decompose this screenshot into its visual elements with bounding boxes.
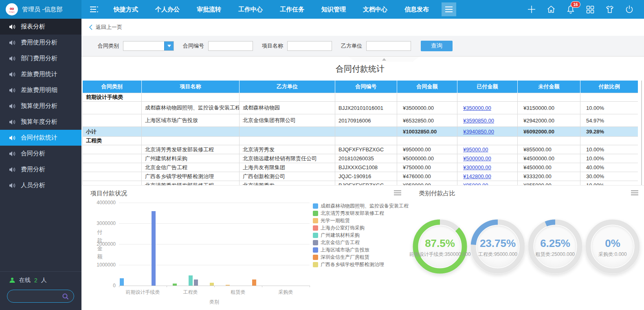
table-cell — [83, 114, 142, 127]
legend-item[interactable]: 上海办公室灯饰采购 — [313, 225, 365, 231]
table-scrollbar[interactable] — [641, 81, 642, 185]
gauge-percent-value: 23.75% — [480, 237, 516, 250]
table-cell: ¥3590850.00 — [457, 114, 518, 127]
filter-input[interactable] — [366, 41, 411, 51]
table-row[interactable]: 广州建筑材料采购北京德远建材经销有限责任公司201810260035¥50000… — [83, 154, 638, 163]
legend-item[interactable]: 广西各乡镇学校甲醛检测治理 — [313, 262, 384, 267]
apps-grid-icon[interactable] — [585, 4, 595, 14]
filter-input[interactable] — [208, 41, 253, 51]
table-row[interactable]: 广西各乡镇学校甲醛检测治理广西创新检测公司JQJC-190916¥476000.… — [83, 172, 638, 181]
sidebar-search-box — [7, 290, 74, 303]
table-row[interactable]: 前期设计手续类 — [83, 93, 638, 102]
x-category-label: 前期设计手续类 — [119, 289, 167, 296]
paid-amount-link[interactable]: ¥95000.00 — [463, 146, 488, 153]
more-menu-button[interactable] — [442, 2, 456, 16]
x-category-label: 租赁类 — [214, 289, 262, 296]
legend-swatch — [313, 240, 318, 245]
legend-swatch — [313, 247, 318, 253]
paid-amount-link[interactable]: ¥300000.00 — [463, 164, 491, 170]
home-icon[interactable] — [546, 4, 556, 14]
sidebar-item[interactable]: 预算年度分析 — [0, 114, 81, 130]
table-cell: 小计 — [83, 127, 142, 137]
new-item-icon[interactable] — [527, 4, 536, 14]
toggle-menu-icon[interactable] — [90, 6, 99, 13]
speaker-icon — [9, 103, 15, 109]
bar — [152, 211, 156, 286]
filter-input[interactable] — [287, 41, 332, 51]
collapse-filter-handle[interactable] — [348, 57, 420, 62]
y-tick-label: 1000000 — [95, 262, 116, 268]
x-axis-tick — [214, 286, 215, 287]
sidebar-item[interactable]: 部门费用分析 — [0, 50, 81, 66]
legend-label: 北京清芳秀发研发部装修工程 — [321, 210, 384, 217]
nav-item[interactable]: 文档中心 — [354, 0, 396, 19]
theme-shirt-icon[interactable] — [605, 4, 615, 14]
bar-chart-menu-icon[interactable] — [394, 190, 401, 195]
speaker-icon — [9, 183, 15, 188]
nav-item[interactable]: 个人办公 — [147, 0, 188, 19]
legend-item[interactable]: 北京清芳秀发研发部装修工程 — [313, 210, 384, 216]
table-cell: ¥950000.00 — [397, 181, 457, 186]
sidebar-item[interactable]: 差旅费用明细 — [0, 82, 81, 98]
column-header: 项目名称 — [142, 81, 240, 93]
table-row[interactable]: 北京金信广告工程上海共友有限集团BJJXXXGC1008¥750000.00¥3… — [83, 163, 638, 172]
sidebar-item[interactable]: 费用分析 — [0, 162, 81, 177]
table-cell: ¥95000.00 — [457, 145, 518, 154]
table-cell: 广州建筑材料采购 — [142, 154, 240, 163]
sidebar-item[interactable]: 合同付款统计 — [0, 130, 81, 146]
gridline — [119, 223, 310, 224]
table-row[interactable]: 北京清芳秀发研发部装修工程北京清芳秀发BJQFXFYFBZXGC¥950000.… — [83, 181, 638, 186]
notifications-bell-icon[interactable]: 16 — [566, 4, 576, 14]
legend-item[interactable]: 北京金信广告工程 — [313, 240, 360, 245]
table-row[interactable]: 成都森林动物园照明、监控设备安装工程成都森林动物园BJJX20101016001… — [83, 102, 638, 114]
sidebar-item[interactable]: 差旅费用统计 — [0, 66, 81, 82]
back-link[interactable]: 返回上一页 — [96, 24, 122, 31]
table-cell: JQJC-190916 — [335, 172, 397, 181]
nav-item[interactable]: 审批流转 — [188, 0, 230, 19]
sidebar-item[interactable]: 预算使用分析 — [0, 98, 81, 114]
search-icon[interactable] — [62, 293, 74, 300]
column-header: 合同类别 — [83, 81, 142, 93]
table-cell: ¥750000.00 — [397, 163, 457, 172]
nav-item[interactable]: 信息发布 — [396, 0, 437, 19]
table-row[interactable]: 工程类 — [83, 137, 638, 145]
chevron-down-icon[interactable] — [164, 41, 174, 50]
x-category-label: 采购类 — [262, 289, 310, 296]
gauge-category-label: 工程类:95000.000 — [478, 251, 517, 258]
nav-item[interactable]: 工作任务 — [271, 0, 313, 19]
table-cell — [335, 127, 397, 137]
gridline — [119, 265, 310, 265]
sidebar-search-input[interactable] — [7, 293, 62, 299]
gauge-chart-menu-icon[interactable] — [631, 190, 638, 195]
table-cell: 广西各乡镇学校甲醛检测治理 — [142, 172, 240, 181]
nav-item[interactable]: 工作中心 — [230, 0, 271, 19]
table-row[interactable]: 小计¥10032850.00¥3940850.00¥6092000.0039.2… — [83, 127, 638, 137]
paid-amount-link[interactable]: ¥500000.00 — [463, 155, 491, 162]
table-row[interactable]: 北京清芳秀发研发部装修工程北京清芳秀发BJQFXFYFBZXGC¥950000.… — [83, 145, 638, 154]
nav-item[interactable]: 快捷方式 — [105, 0, 147, 19]
legend-item[interactable]: 成都森林动物园照明、监控设备安装工程 — [313, 203, 409, 209]
table-cell: 广西创新检测公司 — [240, 172, 335, 181]
logout-power-icon[interactable] — [624, 4, 634, 14]
contract-type-select[interactable] — [123, 41, 174, 51]
paid-amount-link[interactable]: ¥3940850.00 — [463, 129, 494, 135]
table-cell — [83, 163, 142, 172]
sidebar-item[interactable]: 报表分析 — [0, 19, 81, 35]
table-cell: 10.00% — [580, 181, 638, 186]
nav-item[interactable]: 知识管理 — [313, 0, 354, 19]
sidebar-item-label: 预算年度分析 — [21, 118, 57, 126]
legend-item[interactable]: 广州建筑材料采购 — [313, 232, 360, 238]
paid-amount-link[interactable]: ¥142800.00 — [463, 173, 491, 179]
paid-amount-link[interactable]: ¥3590850.00 — [463, 118, 494, 124]
paid-amount-link[interactable]: ¥95000.00 — [463, 182, 488, 185]
legend-item[interactable]: 上海区域市场广告投放 — [313, 247, 369, 253]
table-row[interactable]: 上海区域市场广告投放北京金信集团有限公司20170916006¥6532850.… — [83, 114, 638, 127]
paid-amount-link[interactable]: ¥350000.00 — [463, 105, 491, 111]
query-button[interactable]: 查询 — [421, 41, 453, 51]
bar-chart-x-axis-name: 类别 — [119, 299, 310, 306]
sidebar-item[interactable]: 费用使用分析 — [0, 35, 81, 50]
sidebar-item[interactable]: 合同分析 — [0, 146, 81, 162]
legend-item[interactable]: 深圳金信生产厂房租赁 — [313, 254, 369, 260]
legend-item[interactable]: 光学一期租赁 — [313, 218, 350, 223]
sidebar-item[interactable]: 人员分析 — [0, 177, 81, 193]
